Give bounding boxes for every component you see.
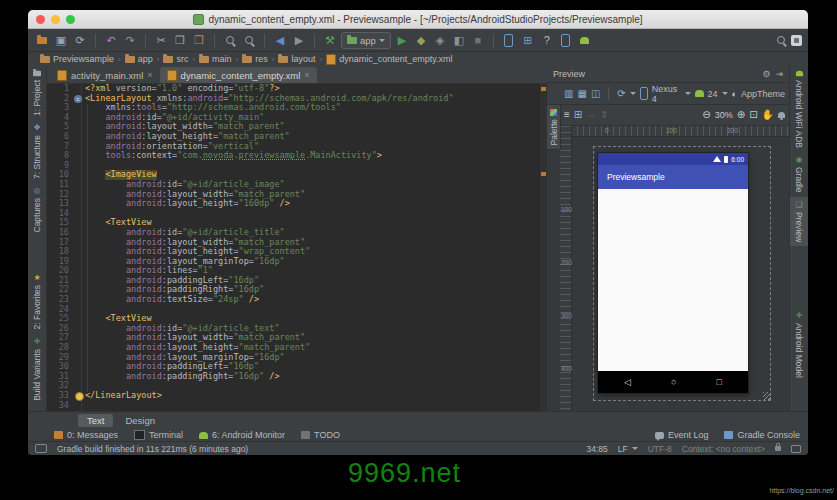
code-line[interactable]: 13 android:layout_height="160dp" /> bbox=[47, 199, 547, 209]
coverage-icon[interactable]: ◈ bbox=[432, 32, 448, 48]
device-mockup[interactable]: 6:00 Previewsample ◁ ○ □ bbox=[598, 153, 748, 393]
avd-manager-icon[interactable] bbox=[501, 32, 517, 48]
open-project-icon[interactable] bbox=[34, 32, 50, 48]
device-content[interactable] bbox=[598, 189, 748, 371]
editor-tab[interactable]: activity_main.xml× bbox=[50, 67, 160, 83]
paste-icon[interactable]: ❒ bbox=[191, 32, 207, 48]
breadcrumb-item[interactable]: res bbox=[238, 54, 272, 64]
zoom-in-icon[interactable]: ⊕ bbox=[737, 110, 745, 120]
nav-recents-icon[interactable]: □ bbox=[717, 377, 722, 387]
zoom-out-icon[interactable]: ⊖ bbox=[702, 110, 710, 120]
tool-button-structure[interactable]: ❖7: Structure bbox=[28, 120, 46, 183]
stripe-mark[interactable] bbox=[541, 172, 546, 176]
orientation-icon[interactable]: ⟳ bbox=[617, 89, 625, 99]
preferences-icon[interactable] bbox=[791, 35, 802, 46]
code-line[interactable]: 31 android:paddingRight="16dp" /> bbox=[47, 372, 547, 382]
both-mode-icon[interactable]: ◫ bbox=[591, 89, 600, 99]
hide-panel-icon[interactable]: ⇥ bbox=[775, 69, 783, 79]
code-editor[interactable]: 1<?xml version="1.0" encoding="utf-8"?>2… bbox=[47, 84, 547, 412]
close-tab-icon[interactable]: × bbox=[147, 70, 152, 80]
code-line[interactable]: 33</LinearLayout> bbox=[47, 391, 547, 401]
android-monitor-button[interactable]: 6: Android Monitor bbox=[199, 430, 285, 440]
expand-v-icon[interactable]: ⇕ bbox=[600, 110, 608, 120]
file-encoding[interactable]: UTF-8 bbox=[648, 444, 672, 454]
tool-button-project[interactable]: 1: Project bbox=[28, 66, 46, 120]
forward-icon[interactable]: ▶ bbox=[291, 32, 307, 48]
notifications-bell-icon[interactable] bbox=[778, 112, 785, 118]
back-icon[interactable]: ◀ bbox=[272, 32, 288, 48]
nav-back-icon[interactable]: ◁ bbox=[624, 377, 631, 387]
minimize-window-button[interactable] bbox=[51, 15, 60, 24]
api-selector[interactable]: 24 bbox=[695, 89, 728, 99]
undo-icon[interactable]: ↶ bbox=[103, 32, 119, 48]
terminal-button[interactable]: Terminal bbox=[134, 430, 183, 440]
device-monitor-icon[interactable] bbox=[558, 32, 574, 48]
stop-icon[interactable]: ■ bbox=[470, 32, 486, 48]
preview-canvas[interactable]: 6:00 Previewsample ◁ ○ □ 01002001002 bbox=[547, 126, 789, 412]
sdk-manager-icon[interactable]: ⊞ bbox=[520, 32, 536, 48]
nav-home-icon[interactable]: ○ bbox=[671, 377, 676, 387]
blueprint-mode-icon[interactable]: ▦ bbox=[577, 89, 586, 99]
help-icon[interactable]: ? bbox=[539, 32, 555, 48]
close-window-button[interactable] bbox=[36, 15, 45, 24]
messages-button[interactable]: 0: Messages bbox=[54, 430, 118, 440]
component-icon[interactable]: c bbox=[74, 95, 82, 103]
breadcrumb-item[interactable]: layout bbox=[274, 54, 319, 64]
make-project-icon[interactable]: ⚒ bbox=[322, 32, 338, 48]
cut-icon[interactable]: ✂ bbox=[153, 32, 169, 48]
save-all-icon[interactable]: ▣ bbox=[53, 32, 69, 48]
breadcrumb-item[interactable]: src bbox=[159, 54, 192, 64]
breadcrumb-item[interactable]: main bbox=[195, 54, 236, 64]
editor-tab[interactable]: dynamic_content_empty.xml× bbox=[160, 67, 317, 83]
run-config-chip[interactable]: app bbox=[341, 32, 391, 49]
design-mode-icon[interactable]: ▥ bbox=[564, 89, 573, 99]
stripe-mark[interactable] bbox=[541, 87, 546, 91]
code-line[interactable]: 8 tools:context="com.novoda.previewsampl… bbox=[47, 151, 547, 161]
tool-button-android-wifi-adb[interactable]: Android WiFi ADB bbox=[790, 66, 808, 152]
run-icon[interactable]: ▶ bbox=[394, 32, 410, 48]
code-line[interactable]: 34 bbox=[47, 401, 547, 411]
copy-icon[interactable]: ❐ bbox=[172, 32, 188, 48]
sync-icon[interactable]: ⟳ bbox=[72, 32, 88, 48]
breadcrumb-item[interactable]: app bbox=[121, 54, 157, 64]
variants-menu-icon[interactable]: ≡ bbox=[564, 110, 570, 120]
caret-position[interactable]: 34:85 bbox=[587, 444, 608, 454]
close-tab-icon[interactable]: × bbox=[304, 70, 309, 80]
gradle-console-button[interactable]: Gradle Console bbox=[724, 430, 800, 440]
zoom-fit-icon[interactable]: ⊡ bbox=[749, 110, 757, 120]
device-selector[interactable]: Nexus 4 bbox=[640, 84, 691, 104]
search-everywhere-icon[interactable] bbox=[777, 36, 785, 44]
mode-tab-text[interactable]: Text bbox=[78, 414, 113, 427]
expand-h-icon[interactable]: ⇔ bbox=[586, 110, 596, 120]
tool-button-captures[interactable]: ◎Captures bbox=[28, 183, 46, 237]
error-stripe[interactable] bbox=[540, 84, 547, 412]
pan-hand-icon[interactable]: ✋ bbox=[762, 110, 774, 120]
grid-snap-icon[interactable]: ⊞ bbox=[574, 110, 582, 120]
find-icon[interactable] bbox=[222, 32, 238, 48]
line-separator-selector[interactable]: LF bbox=[618, 444, 638, 454]
lock-icon[interactable] bbox=[775, 446, 781, 451]
tool-button-gradle[interactable]: ◉Gradle bbox=[790, 152, 808, 197]
screen-reader-icon[interactable] bbox=[791, 445, 801, 453]
breadcrumb-item[interactable]: dynamic_content_empty.xml bbox=[322, 54, 456, 65]
event-log-button[interactable]: Event Log bbox=[655, 430, 709, 440]
breadcrumb-item[interactable]: Previewsample bbox=[36, 54, 118, 64]
resize-grip[interactable] bbox=[763, 392, 771, 400]
context-indicator[interactable]: Context: <no context> bbox=[682, 444, 765, 454]
android-device-monitor-icon[interactable] bbox=[577, 32, 593, 48]
replace-icon[interactable] bbox=[241, 32, 257, 48]
tool-button-build-variants[interactable]: ✛Build Variants bbox=[28, 334, 46, 405]
mode-tab-design[interactable]: Design bbox=[116, 414, 164, 427]
zoom-window-button[interactable] bbox=[66, 15, 75, 24]
code-line[interactable]: 23 android:textSize="24sp" /> bbox=[47, 295, 547, 305]
tool-button-android-model[interactable]: ✛Android Model bbox=[790, 308, 808, 382]
debug-icon[interactable]: ◆ bbox=[413, 32, 429, 48]
toggle-toolwindows-icon[interactable] bbox=[35, 444, 47, 453]
profile-icon[interactable]: ◧ bbox=[451, 32, 467, 48]
redo-icon[interactable]: ↷ bbox=[122, 32, 138, 48]
gear-icon[interactable]: ⚙ bbox=[762, 69, 770, 79]
tool-button-palette[interactable]: Palette bbox=[547, 104, 561, 150]
tool-button-favorites[interactable]: ★2: Favorites bbox=[28, 270, 46, 333]
tool-button-preview[interactable]: ❏Preview bbox=[790, 197, 808, 246]
todo-button[interactable]: TODO bbox=[301, 430, 340, 440]
